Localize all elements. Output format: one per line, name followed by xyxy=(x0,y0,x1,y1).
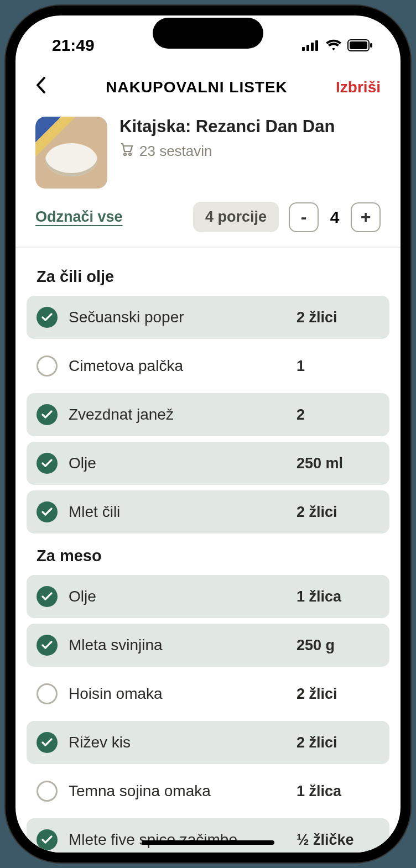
cellular-signal-icon xyxy=(302,40,320,51)
delete-button[interactable]: Izbriši xyxy=(336,79,381,96)
ingredient-quantity: 250 g xyxy=(297,637,379,654)
checkbox-checked-icon[interactable] xyxy=(37,501,58,522)
decrement-button[interactable]: - xyxy=(289,202,319,232)
svg-rect-1 xyxy=(306,45,309,51)
recipe-header: Kitajska: Rezanci Dan Dan 23 sestavin xyxy=(15,108,401,193)
ingredient-quantity: 2 xyxy=(297,406,379,423)
ingredient-quantity: 2 žlici xyxy=(297,734,379,751)
ingredient-quantity: 250 ml xyxy=(297,455,379,472)
ingredient-row[interactable]: Mlete five spice začimbe½ žličke xyxy=(27,818,389,853)
ingredient-quantity: 2 žlici xyxy=(297,686,379,703)
checkbox-unchecked-icon[interactable] xyxy=(37,781,58,802)
portion-stepper: - 4 + xyxy=(289,202,381,232)
ingredient-name: Mlete five spice začimbe xyxy=(69,831,285,849)
ingredient-name: Sečuanski poper xyxy=(69,308,285,326)
checkbox-checked-icon[interactable] xyxy=(37,829,58,850)
ingredient-count: 23 sestavin xyxy=(119,142,335,160)
ingredient-name: Hoisin omaka xyxy=(69,685,285,703)
ingredient-name: Olje xyxy=(69,454,285,472)
status-icons xyxy=(302,39,373,51)
ingredient-name: Olje xyxy=(69,588,285,605)
notch xyxy=(153,18,263,49)
ingredient-quantity: 2 žlici xyxy=(297,504,379,521)
section-title: Za čili olje xyxy=(27,260,389,296)
svg-rect-5 xyxy=(350,41,367,49)
checkbox-checked-icon[interactable] xyxy=(37,732,58,753)
checkbox-unchecked-icon[interactable] xyxy=(37,683,58,704)
checkbox-checked-icon[interactable] xyxy=(37,635,58,656)
ingredient-name: Mleta svinjina xyxy=(69,636,285,654)
ingredient-name: Rižev kis xyxy=(69,734,285,751)
deselect-all-button[interactable]: Odznači vse xyxy=(35,208,183,226)
ingredient-row[interactable]: Hoisin omaka2 žlici xyxy=(27,672,389,715)
ingredient-row[interactable]: Mlet čili2 žlici xyxy=(27,490,389,534)
header: NAKUPOVALNI LISTEK Izbriši xyxy=(15,65,401,108)
checkbox-checked-icon[interactable] xyxy=(37,307,58,328)
status-time: 21:49 xyxy=(52,36,95,55)
increment-button[interactable]: + xyxy=(351,202,381,232)
svg-rect-6 xyxy=(370,43,372,48)
svg-rect-3 xyxy=(315,40,318,51)
screen: 21:49 NAKUPOVALNI LISTEK Izbriši xyxy=(15,15,401,853)
ingredient-name: Cimetova palčka xyxy=(69,357,285,375)
recipe-info: Kitajska: Rezanci Dan Dan 23 sestavin xyxy=(119,117,335,160)
ingredient-quantity: 1 žlica xyxy=(297,783,379,800)
checkbox-checked-icon[interactable] xyxy=(37,586,58,607)
ingredient-row[interactable]: Olje250 ml xyxy=(27,442,389,485)
checkbox-unchecked-icon[interactable] xyxy=(37,355,58,377)
ingredient-quantity: 2 žlici xyxy=(297,309,379,326)
svg-point-7 xyxy=(124,153,126,155)
svg-point-8 xyxy=(129,153,131,155)
recipe-title: Kitajska: Rezanci Dan Dan xyxy=(119,117,335,137)
svg-rect-0 xyxy=(302,47,305,51)
ingredient-count-text: 23 sestavin xyxy=(139,143,212,160)
cart-icon xyxy=(119,142,134,160)
ingredient-list[interactable]: Za čili oljeSečuanski poper2 žliciCimeto… xyxy=(15,248,401,853)
home-indicator[interactable] xyxy=(142,840,274,845)
recipe-thumbnail[interactable] xyxy=(35,117,107,189)
ingredient-quantity: ½ žličke xyxy=(297,832,379,849)
ingredient-name: Temna sojina omaka xyxy=(69,782,285,800)
ingredient-row[interactable]: Mleta svinjina250 g xyxy=(27,624,389,667)
ingredient-name: Zvezdnat janež xyxy=(69,406,285,423)
battery-icon xyxy=(347,39,373,51)
ingredient-quantity: 1 žlica xyxy=(297,588,379,605)
wifi-icon xyxy=(325,39,342,51)
ingredient-row[interactable]: Temna sojina omaka1 žlica xyxy=(27,770,389,813)
portions-badge[interactable]: 4 porcije xyxy=(193,202,279,232)
ingredient-row[interactable]: Cimetova palčka1 xyxy=(27,344,389,388)
back-button[interactable] xyxy=(35,76,58,98)
ingredient-row[interactable]: Sečuanski poper2 žlici xyxy=(27,296,389,339)
checkbox-checked-icon[interactable] xyxy=(37,453,58,474)
ingredient-row[interactable]: Zvezdnat janež2 xyxy=(27,393,389,436)
ingredient-quantity: 1 xyxy=(297,358,379,375)
ingredient-row[interactable]: Olje1 žlica xyxy=(27,575,389,618)
svg-rect-2 xyxy=(311,43,314,51)
ingredient-name: Mlet čili xyxy=(69,503,285,521)
page-title: NAKUPOVALNI LISTEK xyxy=(58,79,336,96)
checkbox-checked-icon[interactable] xyxy=(37,404,58,425)
portion-value: 4 xyxy=(326,208,343,227)
phone-frame: 21:49 NAKUPOVALNI LISTEK Izbriši xyxy=(6,6,410,862)
ingredient-row[interactable]: Rižev kis2 žlici xyxy=(27,721,389,764)
controls-row: Odznači vse 4 porcije - 4 + xyxy=(15,193,401,247)
section-title: Za meso xyxy=(27,539,389,575)
